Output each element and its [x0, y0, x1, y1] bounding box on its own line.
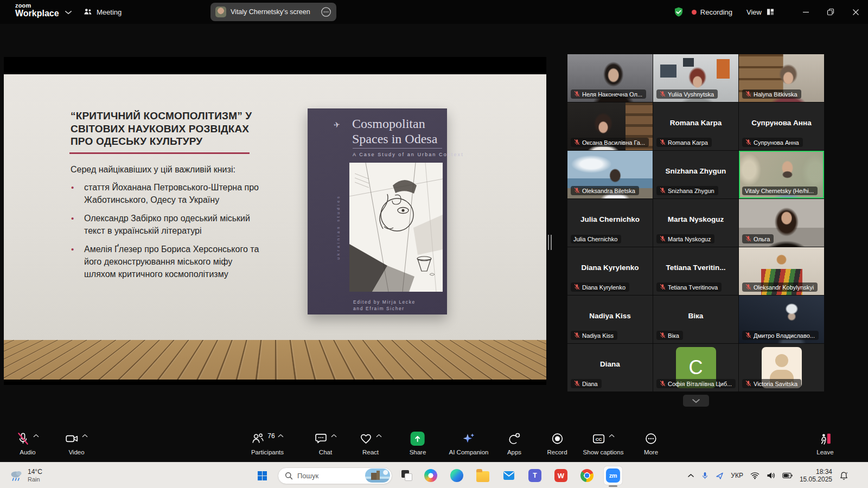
show-captions-button[interactable]: CC Show captions [583, 432, 624, 455]
mic-muted-icon [745, 332, 752, 339]
audio-options-chevron[interactable] [33, 434, 40, 438]
participant-tile[interactable]: Victoria Savitska [739, 344, 824, 391]
windows-logo-icon [258, 471, 267, 480]
participant-tile[interactable]: Дмитро Владиславо... [739, 296, 824, 343]
participant-tile[interactable]: Oleksandra Biletska [567, 151, 653, 198]
participant-label: Diana [571, 379, 602, 388]
react-options-chevron[interactable] [376, 434, 382, 438]
microphone-muted-icon [16, 432, 30, 446]
more-ellipsis-icon [644, 432, 658, 446]
search-box[interactable]: Пошук [278, 467, 392, 484]
taskbar-app-chrome[interactable] [578, 466, 596, 485]
participant-tile[interactable]: Julia Chernichko Julia Chernichko [567, 199, 653, 247]
participant-tile[interactable]: Romana Karpa Romana Karpa [653, 102, 738, 150]
taskbar-app-file-explorer[interactable] [474, 466, 492, 485]
participant-label: Оксана Василівна Га... [571, 138, 649, 147]
weather-condition: Rain [28, 476, 42, 483]
recording-dot-icon [692, 10, 697, 15]
battery-icon[interactable] [782, 472, 793, 479]
participant-tile[interactable]: Yuliia Vyshnytska [653, 54, 738, 102]
gallery-next-page-button[interactable] [683, 395, 709, 407]
volume-icon[interactable] [767, 472, 775, 479]
taskbar-app-zoom-active[interactable]: zm [604, 466, 622, 485]
audio-button[interactable]: Audio [16, 432, 40, 455]
taskbar-app-teams[interactable]: T [526, 466, 544, 485]
mic-in-use-icon[interactable] [701, 472, 709, 480]
taskbar-app-edge[interactable] [448, 466, 466, 485]
location-in-use-icon[interactable] [716, 472, 724, 480]
logo-text-large: Workplace [15, 9, 59, 18]
participant-tile[interactable]: Оксана Василівна Га... [567, 102, 653, 150]
task-view-button[interactable] [400, 468, 414, 483]
captions-options-chevron[interactable] [608, 434, 615, 438]
share-button[interactable]: Share [410, 432, 426, 455]
slide-bullet-list: •стаття Йоханана Петровського-Штерна про… [69, 181, 260, 286]
chat-options-chevron[interactable] [331, 434, 337, 438]
taskbar-app-mail[interactable] [500, 466, 518, 485]
mic-muted-icon [745, 380, 752, 387]
participant-tile[interactable]: C Софія Віталіївна Циб... [653, 344, 738, 391]
start-button[interactable] [254, 467, 270, 484]
zoom-workplace-logo[interactable]: zoom Workplace [15, 3, 59, 18]
participant-tile[interactable]: Супрунова Анна Супрунова Анна [739, 102, 824, 150]
participant-label: Ольга [742, 234, 774, 243]
view-button[interactable]: View [746, 8, 775, 16]
tray-show-hidden-icons[interactable] [687, 473, 694, 478]
clock-widget[interactable]: 18:34 15.05.2025 [800, 468, 832, 483]
book-series-text: ukrainian studies [336, 163, 340, 292]
react-button[interactable]: React [359, 432, 382, 455]
tab-screen-share[interactable]: Vitaly Chernetsky's screen [210, 3, 336, 21]
panel-resize-handle[interactable] [548, 235, 552, 250]
apps-button[interactable]: Apps [507, 432, 521, 455]
language-indicator[interactable]: УКР [731, 472, 743, 479]
participant-tile[interactable]: Неля Наконечна Ол... [567, 54, 653, 102]
participant-gallery: Неля Наконечна Ол... Yuliia Vyshnytska H… [567, 54, 824, 391]
participant-label: Софія Віталіївна Циб... [656, 379, 736, 388]
security-shield-icon[interactable] [673, 7, 684, 17]
participant-tile[interactable]: Snizhana Zhygun Snizhana Zhygun [653, 151, 738, 198]
participant-tile[interactable]: Marta Nyskoguz Marta Nyskoguz [653, 199, 738, 247]
mic-muted-icon [573, 284, 580, 291]
participant-tile[interactable]: Diana Kyrylenko Diana Kyrylenko [567, 247, 653, 295]
chevron-down-icon [692, 399, 700, 403]
leave-button[interactable]: Leave [816, 432, 833, 455]
weather-widget[interactable]: 14°C Rain [5, 465, 46, 486]
shared-screen-view: “КРИТИЧНИЙ КОСМОПОЛІТИЗМ” У СВІТОВИХ НАУ… [4, 57, 546, 385]
record-button[interactable]: Record [547, 432, 567, 455]
participants-options-chevron[interactable] [278, 434, 284, 438]
zoom-titlebar: zoom Workplace Meeting Vitaly Chernetsky… [0, 0, 868, 24]
participant-label: Неля Наконечна Ол... [571, 89, 646, 99]
chat-button[interactable]: Chat [314, 432, 337, 455]
search-highlight-image[interactable] [365, 468, 390, 483]
participant-tile[interactable]: Oleksandr Kobylynskyi [739, 247, 824, 295]
participant-tile[interactable]: Tetiana Tveritin... Tetiana Tveritinova [653, 247, 738, 295]
close-button[interactable] [843, 0, 868, 24]
avatar [215, 7, 226, 17]
video-options-chevron[interactable] [82, 434, 88, 438]
heart-icon [359, 432, 373, 446]
participant-tile[interactable]: Halyna Bitkivska [739, 54, 824, 102]
more-button[interactable]: More [644, 432, 658, 455]
mic-muted-icon [745, 91, 752, 98]
taskbar-app-copilot[interactable] [422, 466, 440, 485]
participant-tile-active-speaker[interactable]: Vitaly Chernetsky (He/hi... [739, 151, 824, 198]
notifications-bell-icon[interactable]: z [839, 471, 848, 480]
participants-button[interactable]: 76 Participants [251, 432, 284, 455]
mic-muted-icon [659, 284, 666, 291]
book-divider-line [353, 148, 442, 149]
participant-tile[interactable]: Віка Віка [653, 296, 738, 343]
participant-tile[interactable]: Ольга [739, 199, 824, 247]
minimize-button[interactable] [793, 0, 818, 24]
participant-tile[interactable]: Nadiya Kiss Nadiya Kiss [567, 296, 653, 343]
participant-tile[interactable]: Diana Diana [567, 344, 653, 391]
ai-companion-button[interactable]: AI Companion [449, 432, 489, 455]
wifi-icon[interactable] [750, 472, 760, 479]
tab-meeting[interactable]: Meeting [83, 5, 122, 18]
workspace-menu-chevron-icon[interactable] [65, 10, 72, 15]
video-button[interactable]: Video [65, 432, 88, 455]
tab-options-icon[interactable] [321, 7, 331, 17]
mic-muted-icon [745, 284, 752, 291]
restore-button[interactable] [818, 0, 843, 24]
windows-taskbar: 14°C Rain Пошук [0, 462, 868, 488]
taskbar-app-wps[interactable]: W [552, 466, 570, 485]
